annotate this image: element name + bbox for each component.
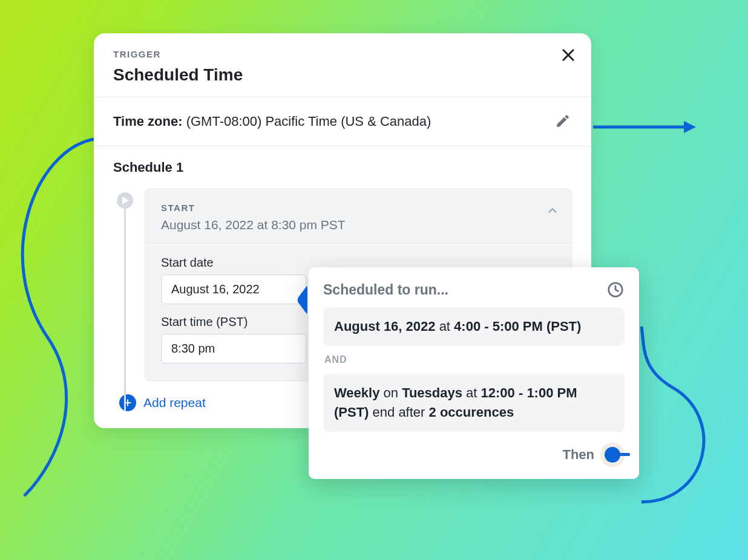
trigger-title: Scheduled Time [113,65,572,85]
chevron-up-icon[interactable] [546,204,559,217]
card-header: TRIGGER Scheduled Time [94,33,591,97]
start-time-input[interactable]: 8:30 pm [161,334,306,363]
trigger-eyebrow: TRIGGER [113,49,572,59]
popover-title: Scheduled to run... [323,282,448,298]
start-date-input[interactable]: August 16, 2022 [161,275,306,304]
rule1-date: August 16, 2022 [334,319,436,334]
timezone-text: Time zone: (GMT-08:00) Pacific Time (US … [113,114,431,129]
rule2-on: on [379,385,402,400]
then-connector-icon[interactable] [600,443,625,467]
rule1-at: at [436,319,454,334]
plus-icon [119,394,136,411]
schedule-heading: Schedule 1 [113,160,572,175]
start-datetime: August 16, 2022 at 8:30 pm PST [161,218,556,232]
popover-header: Scheduled to run... [323,281,625,299]
schedule-rule-2: Weekly on Tuesdays at 12:00 - 1:00 PM (P… [323,374,625,432]
timezone-label: Time zone: [113,114,183,129]
rule2-at: at [462,385,481,400]
start-card-header[interactable]: START August 16, 2022 at 8:30 pm PST [145,189,571,243]
timezone-row: Time zone: (GMT-08:00) Pacific Time (US … [94,97,591,146]
edit-icon[interactable] [555,113,572,130]
play-icon [117,192,133,209]
rule2-end: end after [369,405,428,420]
close-icon[interactable] [560,47,577,63]
timeline-rail [124,200,126,411]
clock-icon [606,281,625,299]
schedule-rule-1: August 16, 2022 at 4:00 - 5:00 PM (PST) [323,307,625,346]
start-label: START [161,203,556,213]
then-row: Then [323,443,625,467]
svg-marker-0 [684,121,696,133]
add-repeat-label: Add repeat [143,396,206,410]
schedule-summary-popover: Scheduled to run... August 16, 2022 at 4… [309,267,639,479]
rule1-time: 4:00 - 5:00 PM (PST) [454,319,581,334]
then-label: Then [562,447,594,463]
rule2-occurrences: 2 occurences [429,405,514,420]
and-separator: AND [324,354,623,365]
rule2-freq: Weekly [334,385,379,400]
timezone-value: (GMT-08:00) Pacific Time (US & Canada) [186,114,431,129]
rule2-day: Tuesdays [402,385,462,400]
